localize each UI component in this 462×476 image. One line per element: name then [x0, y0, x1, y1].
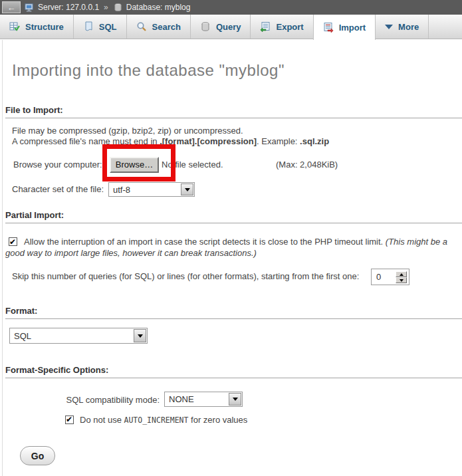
tab-query[interactable]: Query: [191, 15, 251, 39]
chevron-down-icon: [385, 25, 393, 29]
tab-import-label: Import: [339, 23, 366, 33]
allow-interruption-text: Allow the interruption of an import in c…: [24, 237, 386, 247]
auto-increment-row: Do not use AUTO_INCREMENT for zero value…: [65, 415, 247, 425]
select-arrow-icon[interactable]: [134, 329, 146, 342]
charset-label: Character set of the file:: [12, 184, 104, 194]
auto-increment-prefix: Do not use: [80, 415, 124, 425]
auto-increment-code: AUTO_INCREMENT: [124, 416, 189, 425]
line2-format-pattern: .[format].[compression]: [160, 136, 257, 146]
sql-compat-value: NONE: [165, 394, 228, 404]
back-arrow-button[interactable]: [2, 1, 21, 13]
server-icon: [25, 3, 35, 13]
tab-export-label: Export: [276, 22, 303, 32]
section-format: Format:: [5, 306, 462, 319]
select-arrow-icon[interactable]: [181, 183, 193, 195]
spinner-buttons: [396, 271, 407, 283]
tab-search-label: Search: [152, 22, 181, 32]
sql-icon: [83, 21, 94, 32]
section-partial-import: Partial Import:: [5, 210, 462, 223]
sql-compat-select[interactable]: NONE: [164, 392, 243, 407]
format-value: SQL: [10, 331, 133, 341]
skip-queries-input[interactable]: 0: [371, 269, 409, 285]
allow-interruption-checkbox[interactable]: [9, 237, 17, 246]
go-button[interactable]: Go: [20, 446, 55, 465]
tab-query-label: Query: [216, 22, 241, 32]
allow-interruption-row: Allow the interruption of an import in c…: [5, 236, 455, 259]
breadcrumb-separator: »: [104, 3, 108, 12]
compression-info-line2: A compressed file's name must end in .[f…: [12, 136, 329, 146]
database-icon: [113, 3, 123, 13]
tab-search[interactable]: Search: [127, 15, 191, 39]
structure-icon: [9, 21, 20, 32]
skip-queries-label: Skip this number of queries (for SQL) or…: [12, 271, 359, 281]
skip-queries-value: 0: [376, 272, 381, 282]
import-icon: [323, 22, 334, 33]
line2-example: .sql.zip: [300, 136, 329, 146]
auto-increment-checkbox[interactable]: [65, 416, 74, 424]
export-icon: [260, 21, 271, 32]
tab-export[interactable]: Export: [251, 15, 313, 39]
page-title: Importing into the database "myblog": [12, 61, 285, 80]
select-arrow-icon[interactable]: [229, 393, 241, 406]
tab-bar: Structure SQL Search Query Export Import…: [0, 15, 462, 39]
spinner-down-icon[interactable]: [396, 277, 407, 283]
query-icon: [200, 21, 211, 32]
browse-computer-label: Browse your computer:: [13, 160, 102, 170]
page-left-border: [2, 40, 3, 476]
spinner-up-icon[interactable]: [396, 271, 407, 277]
tab-sql[interactable]: SQL: [74, 15, 127, 39]
section-format-specific: Format-Specific Options:: [5, 365, 462, 378]
tab-structure-label: Structure: [25, 22, 64, 32]
compression-info-line1: File may be compressed (gzip, bzip2, zip…: [12, 126, 243, 136]
charset-value: utf-8: [109, 185, 180, 195]
no-file-selected-text: No file selected.: [162, 160, 223, 170]
auto-increment-suffix: for zero values: [188, 415, 247, 425]
line2-prefix: A compressed file's name must end in: [12, 136, 160, 146]
charset-select[interactable]: utf-8: [108, 182, 195, 197]
sql-compat-label: SQL compatibility mode:: [0, 395, 160, 405]
line2-mid: . Example:: [257, 136, 300, 146]
search-icon: [136, 21, 147, 32]
tab-structure[interactable]: Structure: [0, 15, 74, 39]
section-file-to-import: File to Import:: [5, 105, 462, 118]
tab-more-label: More: [398, 22, 419, 32]
tab-import[interactable]: Import: [313, 15, 376, 40]
format-select[interactable]: SQL: [9, 328, 148, 344]
max-size-text: (Max: 2,048KiB): [276, 160, 338, 170]
breadcrumb: Server: 127.0.0.1 » Database: myblog: [0, 0, 462, 15]
breadcrumb-database[interactable]: Database: myblog: [126, 3, 191, 12]
browse-button[interactable]: Browse…: [110, 157, 159, 173]
breadcrumb-server[interactable]: Server: 127.0.0.1: [38, 3, 99, 12]
tab-sql-label: SQL: [99, 22, 117, 32]
tab-more[interactable]: More: [376, 15, 429, 39]
